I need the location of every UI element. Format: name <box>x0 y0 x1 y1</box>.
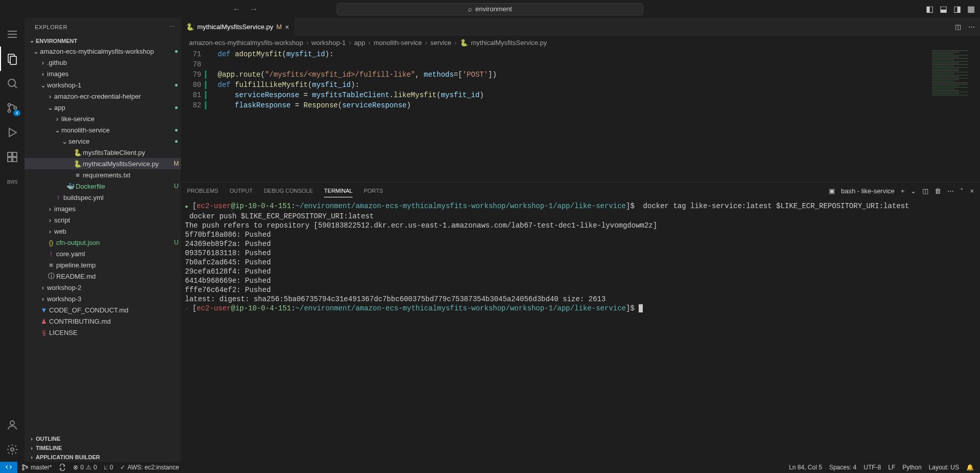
breadcrumb-segment[interactable]: service <box>430 39 451 47</box>
remote-indicator[interactable] <box>0 462 17 473</box>
tree-file-contributing[interactable]: ♟ CONTRIBUTING.md <box>25 316 181 327</box>
tree-folder-script[interactable]: › script <box>25 214 181 226</box>
bottom-panel: PROBLEMS OUTPUT DEBUG CONSOLE TERMINAL P… <box>181 182 980 462</box>
activity-aws[interactable]: aws <box>0 169 25 194</box>
maximize-panel-icon[interactable]: ˄ <box>960 187 964 195</box>
tree-file-requirements[interactable]: ≡ requirements.txt <box>25 169 181 181</box>
tree-folder-github[interactable]: › .github <box>25 57 181 68</box>
code-content[interactable]: def adoptMysfit(mysfit_id): @app.route("… <box>211 49 929 182</box>
section-app-builder[interactable]: › APPLICATION BUILDER <box>25 453 181 462</box>
tree-file-license[interactable]: § LICENSE <box>25 327 181 338</box>
panel-tab-problems[interactable]: PROBLEMS <box>187 185 218 197</box>
tree-file-dockerfile[interactable]: 🐳 Dockerfile U <box>25 181 181 192</box>
split-editor-icon[interactable]: ◫ <box>955 23 961 31</box>
activity-search[interactable] <box>0 71 25 96</box>
chevron-right-icon: › <box>39 295 47 303</box>
status-problems[interactable]: ⊗0 ⚠0 <box>73 464 97 471</box>
shell-label[interactable]: bash - like-service <box>841 187 895 195</box>
status-cursor-position[interactable]: Ln 84, Col 5 <box>789 464 822 471</box>
code-editor[interactable]: 71 78 79 80 81 82 def adoptMysfit(mysfit… <box>181 49 980 182</box>
editor-actions: ◫ ⋯ <box>955 18 980 36</box>
tree-folder-app[interactable]: ⌄ app ● <box>25 102 181 113</box>
forward-arrow-icon[interactable]: → <box>250 5 258 14</box>
split-terminal-icon[interactable]: ◫ <box>922 187 928 195</box>
section-outline[interactable]: › OUTLINE <box>25 434 181 443</box>
command-center-search[interactable]: ⌕ environment <box>337 3 643 15</box>
status-indentation[interactable]: Spaces: 4 <box>829 464 856 471</box>
minimap[interactable] <box>929 49 980 182</box>
workspace-folder-header[interactable]: ⌄ ENVIRONMENT <box>25 36 181 46</box>
tree-file-cfn-output[interactable]: {} cfn-output.json U <box>25 237 181 248</box>
terminal[interactable]: ● [ec2-user@ip-10-0-4-151:~/environment/… <box>181 199 980 462</box>
toggle-panel-bottom-icon[interactable]: ⬓ <box>940 4 947 14</box>
tree-folder-images[interactable]: › images <box>25 68 181 79</box>
panel-tab-terminal[interactable]: TERMINAL <box>324 185 353 197</box>
tree-folder-workshop-2[interactable]: › workshop-2 <box>25 282 181 293</box>
tree-file-readme[interactable]: ⓘ README.md <box>25 271 181 282</box>
customize-layout-icon[interactable]: ▦ <box>967 4 975 14</box>
breadcrumb-segment[interactable]: mythicalMysfitsService.py <box>471 39 547 47</box>
breadcrumbs[interactable]: amazon-ecs-mythicalmysfits-workshop› wor… <box>181 36 980 49</box>
tree-file-code-of-conduct[interactable]: ▼ CODE_OF_CONDUCT.md <box>25 304 181 316</box>
activity-settings[interactable] <box>0 437 25 462</box>
status-encoding[interactable]: UTF-8 <box>864 464 881 471</box>
toggle-panel-right-icon[interactable]: ◨ <box>953 4 961 14</box>
panel-tab-ports[interactable]: PORTS <box>364 185 383 197</box>
svg-point-9 <box>14 107 17 109</box>
more-actions-icon[interactable]: ⋯ <box>968 23 975 31</box>
tree-folder-ecr-helper[interactable]: › amazon-ecr-credential-helper <box>25 91 181 102</box>
breadcrumb-segment[interactable]: monolith-service <box>374 39 422 47</box>
back-arrow-icon[interactable]: ← <box>232 5 241 14</box>
status-aws[interactable]: ✓AWS: ec2:instance <box>120 464 179 471</box>
tree-file-buildspec[interactable]: ! buildspec.yml <box>25 192 181 203</box>
tree-file-core-yaml[interactable]: ! core.yaml <box>25 248 181 259</box>
activity-menu[interactable] <box>0 22 25 47</box>
tab-mythical-mysfits-service[interactable]: 🐍 mythicalMysfitsService.py M × <box>181 18 295 36</box>
kill-terminal-icon[interactable]: 🗑 <box>935 187 941 195</box>
section-timeline[interactable]: › TIMELINE <box>25 443 181 453</box>
tree-file-mythical-mysfits-service[interactable]: 🐍 mythicalMysfitsService.py M <box>25 158 181 169</box>
activity-source-control[interactable]: 4 <box>0 96 25 120</box>
breadcrumb-segment[interactable]: amazon-ecs-mythicalmysfits-workshop <box>189 39 303 47</box>
shell-icon: ▣ <box>829 187 835 195</box>
toggle-panel-left-icon[interactable]: ◧ <box>926 4 934 14</box>
activity-accounts[interactable] <box>0 413 25 437</box>
activity-explorer[interactable] <box>0 47 25 71</box>
tree-folder-root[interactable]: ⌄ amazon-ecs-mythicalmysfits-workshop ● <box>25 46 181 57</box>
chevron-down-icon: ⌄ <box>60 138 68 145</box>
svg-marker-10 <box>9 128 16 137</box>
panel-tab-debug-console[interactable]: DEBUG CONSOLE <box>264 185 313 197</box>
close-panel-icon[interactable]: × <box>970 187 974 195</box>
tree-folder-service[interactable]: ⌄ service ● <box>25 136 181 147</box>
new-terminal-icon[interactable]: + <box>901 187 905 195</box>
tree-folder-web[interactable]: › web <box>25 226 181 237</box>
tree-folder-workshop-3[interactable]: › workshop-3 <box>25 293 181 304</box>
tree-folder-like-service[interactable]: › like-service <box>25 113 181 124</box>
markdown-file-icon: ▼ <box>39 306 49 314</box>
activity-run-debug[interactable] <box>0 120 25 145</box>
tree-folder-monolith-service[interactable]: ⌄ monolith-service ● <box>25 124 181 136</box>
activity-extensions[interactable] <box>0 145 25 169</box>
tree-file-pipeline-temp[interactable]: ≡ pipeline.temp <box>25 259 181 271</box>
terminal-dropdown-icon[interactable]: ⌄ <box>911 187 916 195</box>
status-branch[interactable]: master* <box>21 464 52 471</box>
tree-folder-workshop-1[interactable]: ⌄ workshop-1 ● <box>25 79 181 91</box>
status-layout[interactable]: Layout: US <box>929 464 959 471</box>
status-language[interactable]: Python <box>902 464 921 471</box>
nav-arrows: ← → <box>232 5 258 14</box>
breadcrumb-segment[interactable]: app <box>354 39 365 47</box>
tree-folder-images2[interactable]: › images <box>25 203 181 214</box>
tree-file-mysfits-table-client[interactable]: 🐍 mysfitsTableClient.py <box>25 147 181 158</box>
more-terminal-icon[interactable]: ⋯ <box>947 187 954 195</box>
svg-point-19 <box>26 466 28 468</box>
status-ports[interactable]: ⟀0 <box>104 464 113 471</box>
close-tab-icon[interactable]: × <box>285 23 289 31</box>
status-notifications-icon[interactable]: 🔔 <box>966 464 974 471</box>
panel-tab-output[interactable]: OUTPUT <box>229 185 252 197</box>
breadcrumb-segment[interactable]: workshop-1 <box>312 39 346 47</box>
status-sync[interactable] <box>59 464 66 471</box>
status-eol[interactable]: LF <box>888 464 895 471</box>
chevron-right-icon: › <box>39 59 47 66</box>
chevron-down-icon: ⌄ <box>32 48 40 55</box>
more-icon[interactable]: ⋯ <box>169 24 175 30</box>
